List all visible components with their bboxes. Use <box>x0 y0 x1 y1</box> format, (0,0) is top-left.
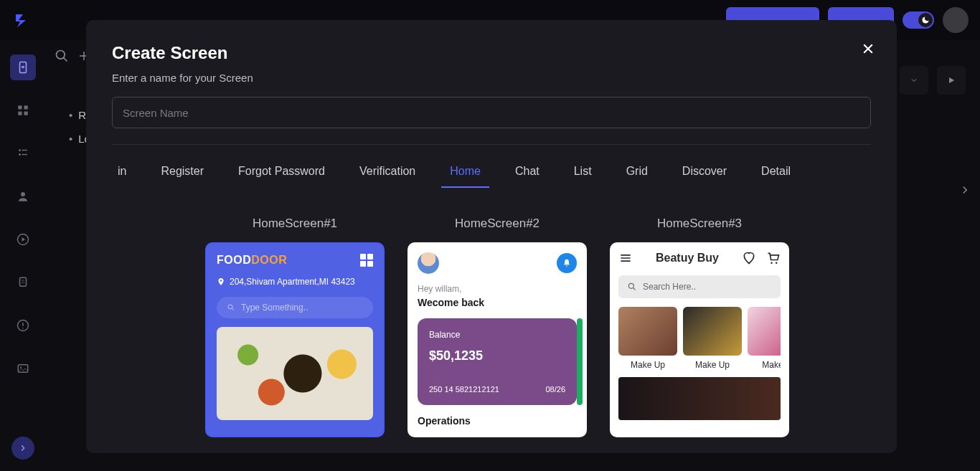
svg-rect-3 <box>18 112 22 115</box>
dropdown-button[interactable] <box>900 66 928 95</box>
svg-rect-11 <box>20 277 27 286</box>
cart-icon <box>766 251 781 265</box>
search-icon[interactable] <box>55 49 69 63</box>
svg-line-34 <box>633 288 636 290</box>
svg-point-26 <box>228 305 232 309</box>
divider <box>112 144 871 145</box>
grid-icon <box>360 254 373 267</box>
preview-balance-card: Balance $50,1235 250 14 5821212121 08/26 <box>418 318 577 405</box>
tab-login-partial[interactable]: in <box>118 165 126 188</box>
sidebar-doc-icon[interactable] <box>10 270 36 295</box>
sidebar-tree-icon[interactable] <box>10 141 36 166</box>
preview-address: 204,Shivam Apartment,MI 43423 <box>217 277 373 287</box>
svg-point-31 <box>771 262 773 264</box>
modal-subtitle: Enter a name for your Screen <box>112 72 871 84</box>
play-button[interactable] <box>937 66 966 95</box>
bell-icon <box>557 253 577 273</box>
tab-grid[interactable]: Grid <box>626 165 648 188</box>
chevron-right-icon[interactable] <box>958 184 971 196</box>
preview-category: Make Up <box>683 307 742 370</box>
sidebar-alert-icon[interactable] <box>10 313 36 338</box>
preview-food-image <box>217 327 373 420</box>
modal-title: Create Screen <box>112 43 871 63</box>
preview-banner <box>618 377 781 420</box>
template-tabs: in Register Forgot Password Verification… <box>112 165 871 188</box>
preview-category: Make Up <box>618 307 677 370</box>
svg-point-5 <box>19 149 21 151</box>
svg-rect-8 <box>22 154 28 156</box>
svg-line-20 <box>64 58 67 62</box>
tab-home[interactable]: Home <box>450 165 481 188</box>
preview-logo: FOODDOOR <box>217 254 287 267</box>
svg-point-19 <box>57 51 65 60</box>
preview-category: Make U <box>748 307 781 370</box>
svg-point-25 <box>220 280 222 282</box>
sidebar-widgets-icon[interactable] <box>10 97 36 123</box>
sidebar-image-icon[interactable] <box>10 356 36 381</box>
tab-register[interactable]: Register <box>161 165 204 188</box>
preview-operations: Operations <box>418 415 577 427</box>
template-card-home2[interactable]: Hey willam, Wecome back Balance $50,1235… <box>407 242 587 437</box>
svg-rect-6 <box>22 150 28 151</box>
screen-name-input[interactable] <box>112 97 871 128</box>
card-title: HomeScreen#2 <box>455 217 540 231</box>
tab-chat[interactable]: Chat <box>515 165 540 188</box>
app-logo-icon <box>11 10 32 30</box>
preview-welcome: Wecome back <box>418 297 577 308</box>
sidebar-user-icon[interactable] <box>10 184 36 209</box>
sidebar-play-icon[interactable] <box>10 227 36 252</box>
svg-line-27 <box>232 309 235 311</box>
sidebar-screens-icon[interactable] <box>10 54 36 80</box>
svg-rect-1 <box>18 105 22 109</box>
svg-rect-17 <box>18 365 28 373</box>
template-cards: HomeScreen#1 FOODDOOR 204,Shivam Apartme… <box>112 217 871 437</box>
menu-icon <box>618 251 633 265</box>
create-screen-modal: Create Screen Enter a name for your Scre… <box>86 20 897 453</box>
tab-verification[interactable]: Verification <box>359 165 415 188</box>
template-card-home3[interactable]: Beatuy Buy Search Here.. Make Up Make Up… <box>610 242 789 437</box>
svg-rect-2 <box>24 105 28 109</box>
sidebar-expand-button[interactable] <box>11 437 34 460</box>
svg-point-32 <box>776 262 778 264</box>
tab-detail[interactable]: Detail <box>761 165 791 188</box>
svg-rect-4 <box>24 112 28 115</box>
svg-point-16 <box>22 328 24 329</box>
svg-point-7 <box>19 153 21 156</box>
template-card-home1[interactable]: FOODDOOR 204,Shivam Apartment,MI 43423 T… <box>205 242 385 437</box>
tab-forgot-password[interactable]: Forgot Password <box>238 165 325 188</box>
card-title: HomeScreen#3 <box>657 217 742 231</box>
svg-point-18 <box>20 366 22 368</box>
moon-icon <box>918 13 933 27</box>
left-sidebar <box>0 40 46 471</box>
preview-greeting: Hey willam, <box>418 284 577 294</box>
tab-list[interactable]: List <box>574 165 592 188</box>
preview-brand: Beatuy Buy <box>656 252 719 265</box>
heart-icon <box>742 251 756 265</box>
tab-discover[interactable]: Discover <box>682 165 727 188</box>
card-title: HomeScreen#1 <box>253 217 337 231</box>
svg-point-9 <box>21 192 25 196</box>
theme-toggle[interactable] <box>903 11 934 29</box>
preview-avatar <box>418 252 439 274</box>
close-button[interactable] <box>859 40 877 57</box>
user-avatar[interactable] <box>943 7 969 33</box>
preview-search: Search Here.. <box>618 275 781 298</box>
svg-point-33 <box>628 283 633 288</box>
preview-search: Type Something.. <box>217 297 373 318</box>
